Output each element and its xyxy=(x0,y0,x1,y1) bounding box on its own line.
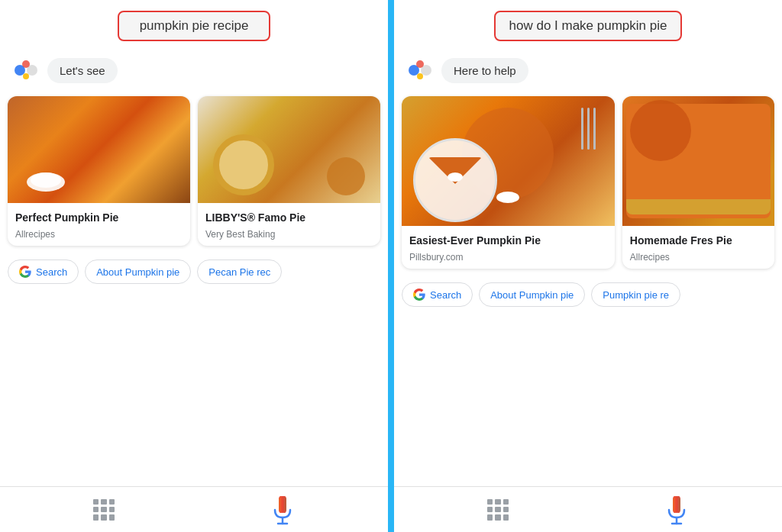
grid-dot xyxy=(109,514,115,520)
left-card-1-title: Perfect Pumpkin Pie xyxy=(15,211,183,224)
left-cards-row: Perfect Pumpkin Pie Allrecipes LIBBY'S® … xyxy=(0,90,388,252)
grid-dot xyxy=(101,507,106,512)
knife xyxy=(581,108,583,150)
left-card-1-image xyxy=(8,96,190,203)
right-card-2[interactable]: Homemade Fres Pie Allrecipes xyxy=(622,96,774,269)
pie-circle xyxy=(213,134,274,195)
left-action-buttons: Search About Pumpkin pie Pecan Pie rec xyxy=(0,252,388,290)
right-grid-icon[interactable] xyxy=(487,499,509,521)
right-action-buttons: Search About Pumpkin pie Pumpkin pie re xyxy=(394,275,782,313)
right-card-2-body: Homemade Fres Pie Allrecipes xyxy=(622,226,774,269)
google-g-icon-left xyxy=(19,266,31,278)
right-card-1-source: Pillsbury.com xyxy=(409,252,607,263)
grid-dot xyxy=(503,514,509,520)
crust xyxy=(626,199,771,214)
grid-dot xyxy=(495,514,500,520)
right-mic-icon[interactable] xyxy=(664,493,689,527)
left-search-label: Search xyxy=(36,266,67,278)
left-pecan-button[interactable]: Pecan Pie rec xyxy=(197,260,282,284)
right-card-1-title: Easiest-Ever Pumpkin Pie xyxy=(409,234,607,247)
grid-dot xyxy=(503,499,509,505)
right-card-1-image xyxy=(402,96,615,226)
right-card-1-body: Easiest-Ever Pumpkin Pie Pillsbury.com xyxy=(402,226,615,269)
right-card-2-source: Allrecipes xyxy=(630,252,767,263)
pie-top xyxy=(630,100,691,161)
right-search-bar[interactable]: how do I make pumpkin pie xyxy=(494,11,683,41)
left-card-1-body: Perfect Pumpkin Pie Allrecipes xyxy=(8,203,190,246)
left-bottom-bar xyxy=(0,486,388,532)
left-card-2-title: LIBBY'S® Famo Pie xyxy=(205,211,373,224)
grid-dot xyxy=(495,499,500,505)
right-card-1[interactable]: Easiest-Ever Pumpkin Pie Pillsbury.com xyxy=(402,96,615,269)
right-card-2-title: Homemade Fres Pie xyxy=(630,234,767,247)
grid-dot xyxy=(109,499,115,505)
left-search-bar-container: pumpkin pie recipe xyxy=(0,0,388,49)
left-card-2-image xyxy=(198,96,380,203)
left-about-button[interactable]: About Pumpkin pie xyxy=(85,260,191,284)
fork-2 xyxy=(587,108,590,150)
svg-rect-11 xyxy=(279,496,286,513)
grid-dot xyxy=(503,507,509,512)
fork-1 xyxy=(593,108,596,150)
whipped-cream-main xyxy=(448,172,463,182)
google-g-icon-right xyxy=(413,289,425,301)
right-bottom-bar xyxy=(394,486,782,532)
right-search-button[interactable]: Search xyxy=(402,282,473,307)
svg-rect-21 xyxy=(673,496,680,513)
right-pumpkin-label: Pumpkin pie re xyxy=(603,289,669,301)
left-assistant-bubble: Let's see xyxy=(47,58,118,83)
right-assistant-bubble: Here to help xyxy=(441,58,528,83)
grid-dot xyxy=(93,514,99,520)
right-assistant-header: Here to help xyxy=(394,49,782,90)
left-card-1[interactable]: Perfect Pumpkin Pie Allrecipes xyxy=(8,96,190,246)
left-card-2[interactable]: LIBBY'S® Famo Pie Very Best Baking xyxy=(198,96,380,246)
grid-dot xyxy=(487,499,493,505)
grid-dot xyxy=(495,507,500,512)
grid-dot xyxy=(93,507,99,512)
right-about-label: About Pumpkin pie xyxy=(490,289,574,301)
right-panel: how do I make pumpkin pie Here to help xyxy=(394,0,782,532)
whipped-cream-1 xyxy=(27,172,65,192)
grid-dot xyxy=(93,499,99,505)
google-assistant-logo-left xyxy=(12,56,40,84)
svg-point-14 xyxy=(416,60,424,68)
google-assistant-logo-right xyxy=(406,56,434,84)
right-pumpkin-button[interactable]: Pumpkin pie re xyxy=(591,282,680,307)
right-cards-row: Easiest-Ever Pumpkin Pie Pillsbury.com H… xyxy=(394,90,782,275)
blue-divider xyxy=(388,0,394,532)
grid-dot xyxy=(487,514,493,520)
left-panel: pumpkin pie recipe Let's see Perfect Pum… xyxy=(0,0,388,532)
left-card-2-body: LIBBY'S® Famo Pie Very Best Baking xyxy=(198,203,380,246)
left-card-1-source: Allrecipes xyxy=(15,229,183,240)
left-search-bar[interactable]: pumpkin pie recipe xyxy=(118,11,270,41)
grid-dot xyxy=(101,499,106,505)
right-search-bar-container: how do I make pumpkin pie xyxy=(394,0,782,49)
left-assistant-header: Let's see xyxy=(0,49,388,90)
grid-dot xyxy=(109,507,115,512)
left-card-2-source: Very Best Baking xyxy=(205,229,373,240)
svg-point-2 xyxy=(22,60,30,68)
svg-point-3 xyxy=(23,73,29,79)
svg-point-15 xyxy=(417,73,423,79)
right-about-button[interactable]: About Pumpkin pie xyxy=(479,282,585,307)
left-search-button[interactable]: Search xyxy=(8,260,79,284)
right-card-2-image xyxy=(622,96,774,226)
grid-dot xyxy=(487,507,493,512)
left-grid-icon[interactable] xyxy=(93,499,115,521)
left-mic-icon[interactable] xyxy=(270,493,295,527)
right-search-label: Search xyxy=(430,289,461,301)
grid-dot xyxy=(101,514,106,520)
left-about-label: About Pumpkin pie xyxy=(96,266,179,278)
left-pecan-label: Pecan Pie rec xyxy=(208,266,270,278)
right-card-1-image-wrap xyxy=(402,96,615,226)
